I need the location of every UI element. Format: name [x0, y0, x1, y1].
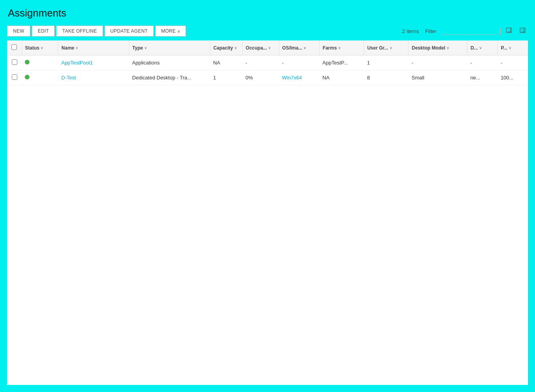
row-occupancy: 0% — [243, 70, 279, 85]
col-header-capacity[interactable]: Capacity ∨ — [210, 40, 242, 55]
row-type: Dedicated Desktop - Tra... — [129, 70, 210, 85]
export-button-1[interactable] — [504, 26, 515, 36]
row-occupancy: - — [243, 55, 279, 70]
row-checkbox[interactable] — [12, 59, 17, 65]
name-sort-icon: ∨ — [75, 46, 78, 50]
select-all-header[interactable] — [7, 40, 22, 55]
d-sort-icon: ∨ — [479, 46, 482, 50]
col-header-name[interactable]: Name ∨ — [58, 40, 129, 55]
status-indicator — [25, 75, 29, 79]
update-agent-button[interactable]: UPDATE AGENT — [105, 26, 154, 37]
assignments-table: Status ∨ Name ∨ Type — [7, 40, 528, 85]
main-content: Status ∨ Name ∨ Type — [7, 40, 528, 385]
usergr-sort-icon: ∨ — [390, 46, 392, 50]
take-offline-button[interactable]: TAKE OFFLINE — [56, 26, 103, 37]
row-name-link[interactable]: D-Test — [61, 75, 76, 81]
col-header-p[interactable]: P... ∨ — [498, 40, 528, 55]
col-header-osima[interactable]: OS/Ima... ∨ — [279, 40, 319, 55]
osima-sort-icon: ∨ — [303, 46, 306, 50]
row-capacity: 1 — [210, 70, 242, 85]
col-header-farms[interactable]: Farms ∨ — [319, 40, 364, 55]
row-osimage-link[interactable]: Win7x64 — [282, 75, 302, 81]
row-d: - — [467, 55, 497, 70]
edit-button[interactable]: EDIT — [32, 26, 55, 37]
table-row: D-TestDedicated Desktop - Tra...10%Win7x… — [7, 70, 528, 85]
col-header-occupa[interactable]: Occupa... ∨ — [243, 40, 279, 55]
col-header-d[interactable]: D... ∨ — [467, 40, 497, 55]
type-sort-icon: ∨ — [144, 46, 147, 50]
row-desktop-model: Small — [408, 70, 467, 85]
toolbar: NEW EDIT TAKE OFFLINE UPDATE AGENT MORE … — [7, 26, 528, 37]
status-indicator — [25, 60, 29, 64]
row-type: Applications — [129, 55, 210, 70]
new-button[interactable]: NEW — [7, 26, 30, 37]
more-chevron-icon: ∨ — [177, 29, 180, 33]
export-button-2[interactable] — [517, 26, 528, 36]
status-sort-icon: ∨ — [40, 46, 43, 50]
items-count: 2 Items — [402, 28, 419, 34]
row-usergroup: 1 — [364, 55, 408, 70]
table-header-row: Status ∨ Name ∨ Type — [7, 40, 528, 55]
table-row: AppTestPool1ApplicationsNA--AppTestP...1… — [7, 55, 528, 70]
row-osimage: - — [279, 55, 319, 70]
row-p: 100... — [498, 70, 528, 85]
p-sort-icon: ∨ — [509, 46, 511, 50]
row-farms: AppTestP... — [319, 55, 364, 70]
more-button[interactable]: MORE ∨ — [155, 26, 186, 37]
separator: | — [499, 27, 501, 35]
page-title: Assignments — [7, 7, 528, 19]
filter-input[interactable] — [442, 27, 497, 35]
farms-sort-icon: ∨ — [338, 46, 341, 50]
row-p: - — [498, 55, 528, 70]
desktop-model-sort-icon: ∨ — [447, 46, 449, 50]
col-header-desktop-model[interactable]: Desktop Model ∨ — [408, 40, 467, 55]
filter-label: Filter — [425, 28, 436, 34]
row-desktop-model: - — [408, 55, 467, 70]
occupa-sort-icon: ∨ — [268, 46, 271, 50]
col-header-type[interactable]: Type ∨ — [129, 40, 210, 55]
row-farms: NA — [319, 70, 364, 85]
table-body: AppTestPool1ApplicationsNA--AppTestP...1… — [7, 55, 528, 85]
row-name-link[interactable]: AppTestPool1 — [61, 60, 93, 66]
capacity-sort-icon: ∨ — [234, 46, 237, 50]
row-d: ne... — [467, 70, 497, 85]
table-wrapper[interactable]: Status ∨ Name ∨ Type — [7, 40, 528, 385]
row-capacity: NA — [210, 55, 242, 70]
select-all-checkbox[interactable] — [11, 44, 17, 50]
col-header-usergr[interactable]: User Gr... ∨ — [364, 40, 408, 55]
row-checkbox[interactable] — [12, 74, 17, 80]
row-usergroup: 8 — [364, 70, 408, 85]
col-header-status[interactable]: Status ∨ — [22, 40, 58, 55]
